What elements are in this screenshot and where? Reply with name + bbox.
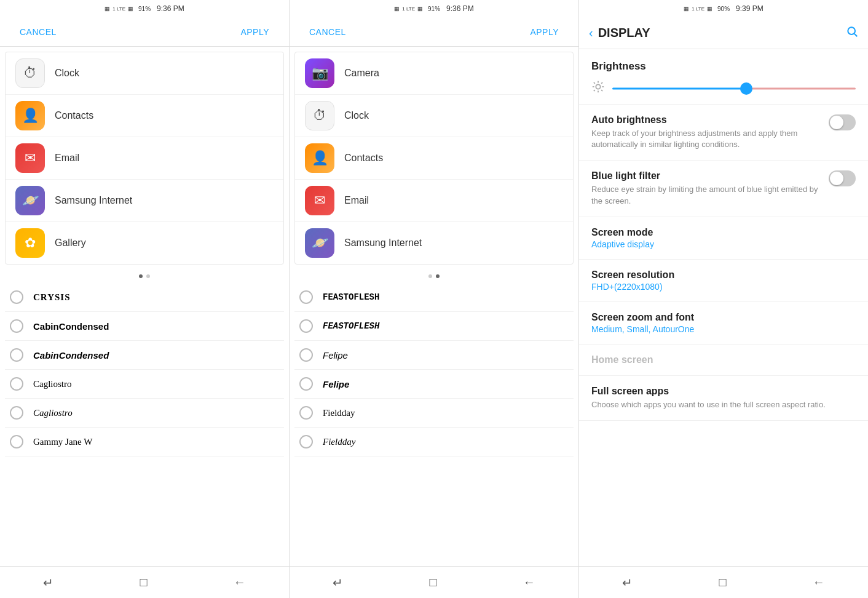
svg-line-9	[594, 90, 595, 91]
display-content: Brightness	[579, 49, 868, 566]
camera-app-icon: 📷	[305, 58, 334, 88]
app-name-clock: Clock	[55, 68, 79, 79]
font-name-fieldday1: Fieldday	[323, 408, 355, 418]
auto-brightness-row[interactable]: Auto brightness Keep track of your brigh…	[579, 105, 868, 161]
page-dots-2	[290, 269, 578, 283]
list-item[interactable]: ✿ Gallery	[6, 222, 283, 264]
radio-cammy[interactable]	[10, 435, 23, 448]
brightness-row	[591, 80, 856, 97]
radio-felipe1[interactable]	[299, 348, 313, 362]
status-signal-2: ▦	[394, 6, 400, 12]
dot-active-2	[436, 274, 440, 278]
svg-point-2	[596, 84, 600, 89]
screen-zoom-font-value: Medium, Small, AutourOne	[591, 324, 856, 334]
radio-felipe2[interactable]	[299, 377, 313, 391]
list-item[interactable]: CabinCondensed	[5, 341, 284, 370]
list-item[interactable]: FEASTOFLESH	[294, 283, 574, 312]
nav-recent-2[interactable]: ↵	[333, 575, 343, 590]
svg-line-10	[601, 82, 602, 84]
display-status-bar: ▦ 1 LTE ▦ 90% 9:39 PM	[579, 0, 868, 17]
display-settings-panel: ▦ 1 LTE ▦ 90% 9:39 PM ‹ DISPLAY Brightne…	[579, 0, 868, 598]
list-item[interactable]: Cagliostro	[5, 399, 284, 428]
brightness-title: Brightness	[591, 60, 856, 73]
list-item[interactable]: Fieldday	[294, 428, 574, 456]
list-item[interactable]: 📷 Camera	[295, 52, 573, 95]
apply-button-1[interactable]: APPLY	[240, 27, 269, 37]
full-screen-apps-row[interactable]: Full screen apps Choose which apps you w…	[579, 376, 868, 421]
nav-bar-2: ↵ □ ←	[290, 566, 578, 598]
radio-cagliostro2[interactable]	[10, 406, 23, 420]
brightness-thumb[interactable]	[740, 82, 752, 95]
font-name-cammy: Gammy Jane W	[33, 437, 92, 447]
list-item[interactable]: Fieldday	[294, 399, 574, 428]
radio-fieldday1[interactable]	[299, 406, 313, 420]
list-item[interactable]: FEASTOFLESH	[294, 312, 574, 341]
toggle-knob-2	[830, 172, 843, 185]
svg-line-8	[601, 90, 602, 91]
blue-light-filter-row[interactable]: Blue light filter Reduce eye strain by l…	[579, 161, 868, 217]
brightness-slider[interactable]	[612, 87, 856, 90]
cancel-button-2[interactable]: CANCEL	[309, 27, 346, 37]
list-item[interactable]: CRYSIS	[5, 283, 284, 312]
screen-zoom-font-row[interactable]: Screen zoom and font Medium, Small, Auto…	[579, 302, 868, 345]
radio-feast2[interactable]	[299, 319, 313, 333]
list-item[interactable]: ✉ Email	[295, 180, 573, 222]
list-item[interactable]: 👤 Contacts	[295, 137, 573, 180]
radio-cabin1[interactable]	[10, 319, 23, 333]
list-item[interactable]: Felipe	[294, 370, 574, 399]
radio-fieldday2[interactable]	[299, 435, 313, 448]
nav-back-1[interactable]: ←	[234, 575, 246, 589]
status-signal2-1: ▦	[128, 6, 133, 12]
nav-back-2[interactable]: ←	[523, 575, 535, 589]
screen-mode-row[interactable]: Screen mode Adaptive display	[579, 217, 868, 260]
display-back-button[interactable]: ‹	[589, 26, 593, 40]
list-item[interactable]: 🪐 Samsung Internet	[295, 222, 573, 264]
display-nav-home[interactable]: □	[719, 575, 726, 589]
app-name-email: Email	[55, 153, 79, 164]
screen-mode-value: Adaptive display	[591, 239, 856, 249]
nav-recent-1[interactable]: ↵	[43, 575, 53, 590]
action-bar-1: CANCEL APPLY	[0, 17, 289, 47]
list-item[interactable]: ⏱ Clock	[6, 52, 283, 95]
cancel-button-1[interactable]: CANCEL	[20, 27, 57, 37]
apply-button-2[interactable]: APPLY	[530, 27, 559, 37]
display-search-icon[interactable]	[846, 25, 858, 41]
email-app-icon: ✉	[15, 143, 45, 173]
samsung-internet-app-icon-2: 🪐	[305, 228, 334, 258]
radio-cagliostro1[interactable]	[10, 377, 23, 391]
nav-bar-1: ↵ □ ←	[0, 566, 289, 598]
auto-brightness-toggle[interactable]	[829, 114, 856, 130]
radio-cabin2[interactable]	[10, 348, 23, 362]
display-nav-recent[interactable]: ↵	[622, 575, 633, 590]
radio-crysis[interactable]	[10, 290, 23, 304]
app-name-contacts: Contacts	[55, 110, 93, 121]
blue-light-label: Blue light filter	[591, 170, 821, 181]
brightness-sun-icon	[591, 80, 605, 97]
nav-home-1[interactable]: □	[140, 575, 147, 589]
app-name-gallery: Gallery	[55, 237, 86, 249]
blue-light-toggle[interactable]	[829, 170, 856, 186]
list-item[interactable]: 🪐 Samsung Internet	[6, 180, 283, 222]
font-name-cagliostro1: Cagliostro	[33, 379, 72, 389]
list-item[interactable]: ✉ Email	[6, 137, 283, 180]
action-bar-2: CANCEL APPLY	[290, 17, 578, 47]
status-time-1: 9:36 PM	[157, 4, 184, 13]
font-name-feast1: FEASTOFLESH	[323, 292, 379, 302]
display-nav-bar: ↵ □ ←	[579, 566, 868, 598]
screen-zoom-font-label: Screen zoom and font	[591, 312, 856, 323]
list-item[interactable]: Felipe	[294, 341, 574, 370]
list-item[interactable]: Gammy Jane W	[5, 428, 284, 456]
list-item[interactable]: 👤 Contacts	[6, 95, 283, 137]
app-name-samsung-internet: Samsung Internet	[55, 195, 132, 206]
screen-resolution-row[interactable]: Screen resolution FHD+(2220x1080)	[579, 260, 868, 302]
display-status-time: 9:39 PM	[736, 4, 763, 13]
font-name-cagliostro2: Cagliostro	[33, 408, 73, 418]
list-item[interactable]: CabinCondensed	[5, 312, 284, 341]
nav-home-2[interactable]: □	[429, 575, 436, 589]
samsung-internet-app-icon: 🪐	[15, 186, 45, 215]
radio-feast1[interactable]	[299, 290, 313, 304]
list-item[interactable]: Cagliostro	[5, 370, 284, 399]
display-nav-back[interactable]: ←	[813, 575, 825, 589]
email-app-icon-2: ✉	[305, 186, 334, 215]
list-item[interactable]: ⏱ Clock	[295, 95, 573, 137]
